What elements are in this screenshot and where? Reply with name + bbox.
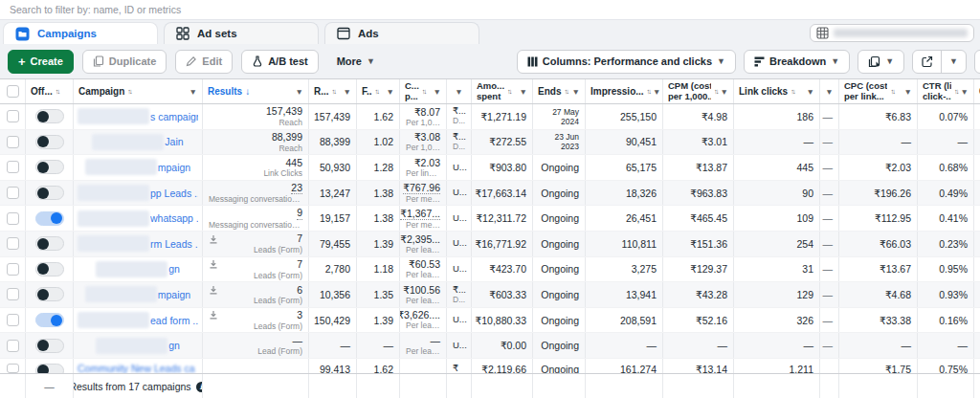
cost-per-result-cell: ₹1,367... Per mess... — [400, 206, 447, 231]
budget-cell: ₹...D... — [447, 282, 472, 307]
flask-icon — [252, 55, 263, 67]
column-header-budget[interactable]: ▼ — [447, 79, 472, 103]
campaign-link[interactable]: Community New Leads ca — [78, 363, 195, 373]
campaign-toggle[interactable] — [35, 313, 64, 327]
campaign-toggle[interactable] — [35, 339, 64, 353]
table-row: Community New Leads ca 99,413 1.62 ₹ ₹2,… — [0, 359, 980, 374]
column-header-off[interactable]: Off... ↑↓ — [26, 79, 74, 103]
campaign-link[interactable]: ead form ... — [150, 315, 198, 326]
campaign-toggle[interactable] — [35, 186, 64, 200]
sort-icon: ↑↓ — [422, 87, 426, 96]
column-header-impressions[interactable]: Impressio... ↑↓ ▼ — [586, 79, 663, 103]
blurred-name-block — [85, 286, 157, 302]
cost-per-result-cell: — Per lead (... — [400, 333, 447, 358]
campaign-toggle[interactable] — [35, 211, 64, 226]
select-all-cell — [0, 79, 26, 103]
more-button[interactable]: More ▼ — [327, 50, 385, 74]
column-header-campaign[interactable]: Campaign ↑↓ ▼ — [74, 79, 203, 103]
row-checkbox[interactable] — [7, 212, 19, 225]
campaign-toggle[interactable] — [35, 160, 64, 174]
campaign-link[interactable]: pp Leads ... — [150, 188, 198, 199]
breakdown-button[interactable]: Breakdown ▼ — [744, 50, 850, 74]
row-checkbox[interactable] — [7, 136, 19, 148]
row-checkbox[interactable] — [7, 340, 19, 352]
campaign-toggle[interactable] — [35, 287, 64, 301]
campaign-link[interactable]: Jain — [165, 136, 183, 147]
column-header-unnamed[interactable]: ▼ — [820, 79, 839, 103]
row-checkbox[interactable] — [7, 161, 19, 173]
sort-icon: ↑↓ — [127, 87, 131, 96]
impressions-value: 208,591 — [620, 315, 657, 326]
search-input[interactable] — [0, 0, 980, 19]
row-checkbox[interactable] — [7, 263, 19, 276]
column-header-link-clicks[interactable]: Link clicks ↑↓ ▼ — [734, 79, 820, 103]
column-header-cpm[interactable]: CPM (costper 1,000... ↑↓ ▼ — [663, 79, 734, 103]
campaign-cell: rm Leads ... — [74, 232, 203, 256]
duplicate-button[interactable]: Duplicate — [82, 50, 167, 74]
row-checkbox[interactable] — [7, 288, 19, 300]
campaign-toggle[interactable] — [35, 262, 64, 276]
row-checkbox[interactable] — [7, 364, 19, 373]
budget-cell: U... — [447, 333, 472, 358]
edit-button[interactable]: Edit — [175, 50, 233, 74]
row-checkbox[interactable] — [7, 110, 19, 122]
campaign-link[interactable]: s campaign — [150, 111, 198, 122]
export-button[interactable] — [913, 51, 941, 73]
campaign-cell: pp Leads ... — [74, 181, 203, 206]
export-options-button[interactable]: ▼ — [941, 51, 966, 73]
campaign-toggle[interactable] — [35, 135, 64, 149]
cut-off-button[interactable] — [974, 50, 980, 74]
campaign-link[interactable]: whatsapp ... — [150, 212, 198, 224]
row-checkbox[interactable] — [7, 314, 19, 326]
frequency-value: 1.39 — [374, 238, 393, 250]
column-header-frequency[interactable]: F.. ↑↓ ▼ — [357, 79, 400, 103]
chevron-down-icon: ▼ — [961, 87, 969, 97]
chevron-down-icon: ▼ — [885, 57, 894, 66]
row-checkbox[interactable] — [7, 187, 19, 199]
row-toggle-cell — [26, 155, 74, 180]
cpc-value: — — [902, 136, 912, 147]
impressions-value: 65,175 — [626, 162, 657, 173]
cpc-value: ₹112.95 — [875, 212, 911, 224]
results-cell: 88,399 Reach — [203, 130, 309, 155]
campaign-toggle[interactable] — [35, 364, 64, 373]
info-icon[interactable]: i — [196, 382, 203, 392]
campaign-toggle[interactable] — [35, 109, 64, 123]
column-header-results[interactable]: Results ↓ ▼ — [203, 79, 309, 103]
search-bar — [0, 0, 980, 20]
row-checkbox[interactable] — [7, 237, 19, 250]
ab-test-button[interactable]: A/B test — [241, 50, 319, 74]
reports-button[interactable]: ▼ — [858, 50, 904, 74]
results-summary-label: Results from 17 campaigns — [74, 381, 191, 392]
breakdown-label: Breakdown — [769, 55, 826, 67]
create-button[interactable]: + Create — [8, 50, 74, 74]
column-header-ends[interactable]: Ends ↑↓ ▼ — [533, 79, 586, 103]
columns-button[interactable]: Columns: Performance and clicks ▼ — [517, 50, 736, 74]
tab-ad-sets[interactable]: Ad sets — [164, 22, 319, 44]
cpm-value: — — [718, 340, 728, 351]
blurred-name-block — [85, 159, 157, 175]
campaign-link[interactable]: gn — [168, 340, 180, 351]
results-cell: 9 Messaging conversations sta... — [203, 206, 309, 231]
campaign-link[interactable]: gn — [168, 263, 180, 275]
campaign-link[interactable]: mpaign — [158, 289, 190, 300]
campaign-toggle[interactable] — [35, 236, 64, 251]
tab-ads[interactable]: Ads — [324, 22, 479, 44]
column-header-reach[interactable]: R... ↑↓ ▼ — [309, 79, 357, 103]
column-header-cpc[interactable]: CPC (costper link... ↑↓ ▼ — [839, 79, 918, 103]
tab-campaigns[interactable]: Campaigns — [3, 22, 158, 44]
duplicate-label: Duplicate — [109, 55, 157, 67]
ctr-value: 0.07% — [939, 111, 968, 122]
column-header-amount-spent[interactable]: Amo...spent ↑↓ ▼ — [472, 79, 533, 103]
download-arrow-icon — [209, 259, 218, 269]
select-all-checkbox[interactable] — [7, 85, 19, 98]
campaign-link[interactable]: rm Leads ... — [150, 238, 198, 250]
date-range-picker[interactable] — [810, 24, 974, 42]
cost-per-result-cell: ₹8.07 Per 1,000... — [400, 104, 447, 129]
column-header-ctr[interactable]: CTR (linkclick-... ↑↓ ▼ — [918, 79, 974, 103]
blurred-name-block — [78, 210, 149, 227]
column-header-cost-per-result[interactable]: C...p... ↑↓ ▼ — [400, 79, 447, 103]
campaign-cell: gn — [74, 257, 203, 282]
campaign-link[interactable]: mpaign — [158, 162, 190, 173]
row-checkbox-cell — [0, 282, 26, 307]
